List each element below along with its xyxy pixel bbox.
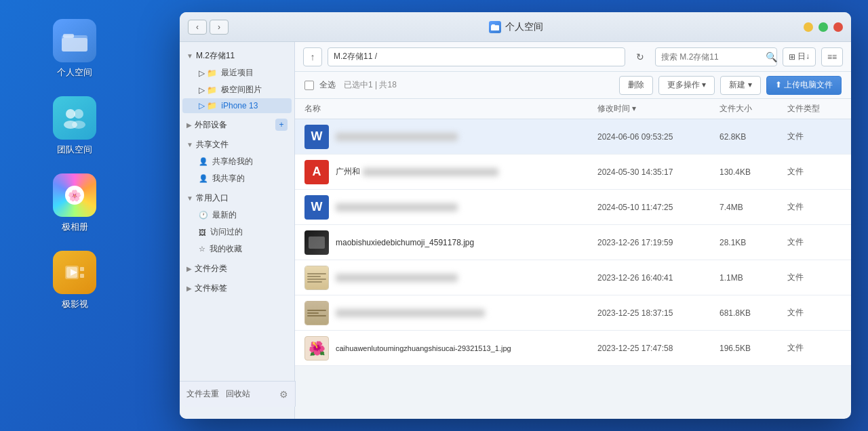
- file-cell-4: maobishuxiedebichumoji_4591178.jpg: [304, 230, 597, 255]
- sidebar-item-images[interactable]: ▷ 📁 极空间图片: [182, 81, 292, 98]
- folder-icon: ▷ 📁: [199, 68, 217, 78]
- action-bar: 全选 已选中1 | 共18 删除 更多操作 ▾ 新建 ▾ ⬆ 上传电脑文件: [295, 72, 851, 99]
- search-input[interactable]: [661, 52, 763, 62]
- file-cell-5: [304, 266, 597, 290]
- table-row[interactable]: A 广州和 2024-05-30 14:35:17 130.4KB 文件: [295, 155, 851, 190]
- sidebar-category-label: 文件分类: [195, 263, 227, 274]
- visited-icon: 🖼: [199, 228, 206, 237]
- sidebar-item-favorites[interactable]: ☆ 我的收藏: [182, 241, 292, 258]
- table-row[interactable]: 2023-12-26 16:40:41 1.1MB 文件: [295, 260, 851, 295]
- refresh-button[interactable]: ↻: [631, 47, 650, 66]
- upload-button[interactable]: ⬆ 上传电脑文件: [766, 76, 842, 95]
- new-button[interactable]: 新建 ▾: [720, 76, 760, 95]
- file-cell-7: 🌺 caihuawenlutoumingzhuangshisucai-29321…: [304, 336, 597, 361]
- sidebar-footer: 文件去重 回收站 ⚙: [180, 381, 296, 407]
- table-header: 名称 修改时间 ▾ 文件大小 文件类型: [295, 99, 851, 119]
- file-date-7: 2023-12-25 17:47:58: [597, 344, 719, 353]
- refresh-icon: ↻: [636, 52, 644, 62]
- sidebar-quick-section: ▼ 常用入口 🕐 最新的 🖼 访问过的 ☆ 我的收藏: [180, 190, 294, 258]
- forward-button[interactable]: ›: [210, 20, 229, 35]
- back-button[interactable]: ‹: [188, 20, 207, 35]
- svg-rect-2: [63, 34, 74, 38]
- table-row[interactable]: W 2024-06-06 09:53:25 62.8KB 文件: [295, 119, 851, 155]
- sidebar-item-visited[interactable]: 🖼 访问过的: [182, 224, 292, 241]
- sidebar-item-iphone[interactable]: ▷ 📁 iPhone 13: [182, 98, 292, 113]
- file-thumb-7: 🌺: [304, 336, 329, 361]
- desktop-icon-team[interactable]: 团队空间: [47, 91, 102, 161]
- trash-button[interactable]: 回收站: [226, 388, 250, 400]
- file-name-1: [336, 133, 458, 141]
- table-row[interactable]: 🌺 caihuawenlutoumingzhuangshisucai-29321…: [295, 331, 851, 366]
- table-row[interactable]: W 2024-05-10 11:47:25 7.4MB 文件: [295, 190, 851, 225]
- sidebar-external-header[interactable]: ▶ 外部设备 +: [180, 116, 294, 134]
- file-date-5: 2023-12-26 16:40:41: [597, 273, 719, 283]
- desktop-icon-photos[interactable]: 🌸 极相册: [47, 168, 102, 239]
- up-directory-button[interactable]: ↑: [303, 47, 322, 66]
- header-name[interactable]: 名称: [304, 103, 597, 115]
- sidebar-tag-section: ▶ 文件标签: [180, 280, 294, 297]
- svg-rect-11: [80, 274, 84, 278]
- sidebar-item-recent[interactable]: ▷ 📁 最近项目: [182, 64, 292, 81]
- video-label: 极影视: [62, 298, 88, 310]
- delete-button[interactable]: 删除: [619, 76, 653, 95]
- sort-button[interactable]: ⊞ 日↓: [783, 47, 816, 66]
- chevron-tag-icon: ▶: [186, 285, 192, 292]
- sidebar: ▼ M.2存储11 ▷ 📁 最近项目 ▷ 📁 极空间图片 ▷ 📁 iPhone …: [180, 42, 295, 419]
- sidebar-shared-section: ▼ 共享文件 👤 共享给我的 👤 我共享的: [180, 136, 294, 187]
- sidebar-category-header[interactable]: ▶ 文件分类: [180, 260, 294, 277]
- titlebar: ‹ › 个人空间 − □ ×: [180, 12, 851, 42]
- desktop-icon-video[interactable]: 极影视: [47, 245, 102, 316]
- search-icon: 🔍: [766, 52, 777, 62]
- close-button[interactable]: ×: [833, 22, 843, 32]
- svg-rect-10: [80, 267, 84, 271]
- file-type-7: 文件: [787, 342, 842, 354]
- photos-icon: 🌸: [53, 173, 96, 217]
- title-folder-icon: [489, 21, 501, 33]
- sidebar-shared-header[interactable]: ▼ 共享文件: [180, 136, 294, 153]
- sort-icon: ⊞: [789, 52, 795, 62]
- settings-icon[interactable]: ⚙: [279, 389, 288, 400]
- file-dedup-button[interactable]: 文件去重: [186, 388, 219, 400]
- sidebar-item-my-shared[interactable]: 👤 我共享的: [182, 170, 292, 187]
- file-type-6: 文件: [787, 307, 842, 319]
- view-toggle-button[interactable]: ≡≡: [821, 47, 843, 66]
- desktop-icon-personal[interactable]: 个人空间: [47, 14, 102, 84]
- header-date[interactable]: 修改时间 ▾: [597, 103, 719, 115]
- add-device-button[interactable]: +: [275, 119, 288, 131]
- table-row[interactable]: maobishuxiedebichumoji_4591178.jpg 2023-…: [295, 225, 851, 260]
- file-cell-6: [304, 301, 597, 325]
- file-type-1: 文件: [787, 131, 842, 142]
- svg-point-6: [72, 121, 85, 129]
- select-all-label: 全选: [319, 79, 336, 91]
- sidebar-storage-section: ▼ M.2存储11 ▷ 📁 最近项目 ▷ 📁 极空间图片 ▷ 📁 iPhone …: [180, 47, 294, 113]
- svg-point-3: [66, 109, 75, 119]
- sidebar-tag-header[interactable]: ▶ 文件标签: [180, 280, 294, 297]
- sidebar-quick-header[interactable]: ▼ 常用入口: [180, 190, 294, 207]
- table-row[interactable]: 2023-12-25 18:37:15 681.8KB 文件: [295, 295, 851, 331]
- window-controls: − □ ×: [804, 22, 843, 32]
- maximize-button[interactable]: □: [818, 22, 828, 32]
- file-name-2-prefix: 广州和: [336, 166, 360, 178]
- sidebar-item-shared-to-me[interactable]: 👤 共享给我的: [182, 153, 292, 170]
- photos-label: 极相册: [62, 221, 88, 233]
- video-icon: [53, 251, 96, 294]
- sidebar-storage-label: M.2存储11: [196, 50, 235, 62]
- chevron-category-icon: ▶: [186, 265, 192, 272]
- search-bar[interactable]: 🔍: [655, 47, 777, 66]
- minimize-button[interactable]: −: [804, 22, 813, 32]
- sidebar-item-latest[interactable]: 🕐 最新的: [182, 207, 292, 224]
- file-thumb-2: A: [304, 160, 329, 184]
- path-breadcrumb: M.2存储11 /: [328, 47, 625, 66]
- window-title: 个人空间: [505, 21, 543, 33]
- file-size-3: 7.4MB: [719, 203, 787, 212]
- my-shared-icon: 👤: [199, 174, 208, 183]
- file-table: 名称 修改时间 ▾ 文件大小 文件类型: [295, 99, 851, 419]
- file-thumb-5: [304, 266, 329, 290]
- more-label: 更多操作 ▾: [667, 79, 706, 91]
- select-all-checkbox[interactable]: [304, 81, 314, 90]
- more-operations-button[interactable]: 更多操作 ▾: [658, 76, 715, 95]
- file-cell-1: W: [304, 125, 597, 149]
- star-icon: ☆: [199, 245, 205, 253]
- sidebar-storage-header[interactable]: ▼ M.2存储11: [180, 47, 294, 64]
- shared-to-me-label: 共享给我的: [212, 156, 253, 167]
